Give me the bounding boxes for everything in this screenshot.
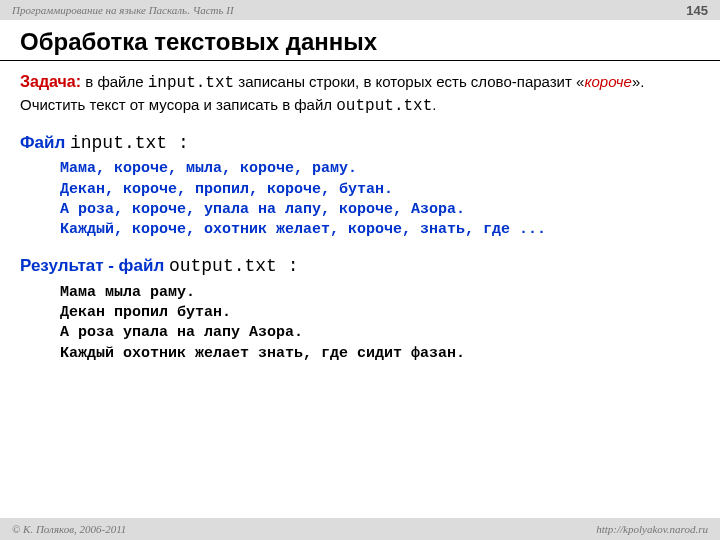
- output-line-3: Каждый охотник желает знать, где сидит ф…: [60, 345, 465, 362]
- output-line-2: А роза упала на лапу Азора.: [60, 324, 303, 341]
- content: Задача: в файле input.txt записаны строк…: [0, 71, 720, 364]
- page-title: Обработка текстовых данных: [0, 20, 720, 61]
- footer-bar: © К. Поляков, 2006-2011 http://kpolyakov…: [0, 518, 720, 540]
- input-line-2: А роза, короче, упала на лапу, короче, А…: [60, 201, 465, 218]
- page-number: 145: [686, 3, 708, 18]
- input-listing: Мама, короче, мыла, короче, раму. Декан,…: [20, 159, 700, 240]
- output-line-1: Декан пропил бутан.: [60, 304, 231, 321]
- output-line-0: Мама мыла раму.: [60, 284, 195, 301]
- output-listing: Мама мыла раму. Декан пропил бутан. А ро…: [20, 283, 700, 364]
- output-colon: :: [277, 256, 299, 276]
- copyright: © К. Поляков, 2006-2011: [12, 523, 126, 535]
- input-label-text: Файл: [20, 133, 70, 152]
- input-line-1: Декан, короче, пропил, короче, бутан.: [60, 181, 393, 198]
- input-line-0: Мама, короче, мыла, короче, раму.: [60, 160, 357, 177]
- task-block: Задача: в файле input.txt записаны строк…: [20, 71, 700, 117]
- course-title: Программирование на языке Паскаль. Часть…: [12, 4, 234, 16]
- task-parasite: короче: [584, 73, 632, 90]
- output-label-text: Результат - файл: [20, 256, 169, 275]
- task-label: Задача:: [20, 73, 81, 90]
- output-file-label: Результат - файл output.txt :: [20, 254, 700, 278]
- footer-url: http://kpolyakov.narod.ru: [596, 523, 708, 535]
- input-filename: input.txt: [70, 133, 167, 153]
- output-filename: output.txt: [169, 256, 277, 276]
- input-line-3: Каждый, короче, охотник желает, короче, …: [60, 221, 546, 238]
- task-text-1: в файле: [81, 73, 148, 90]
- task-text-4: .: [432, 96, 436, 113]
- input-file-label: Файл input.txt :: [20, 131, 700, 155]
- task-text-2: записаны строки, в которых есть слово-па…: [234, 73, 584, 90]
- input-colon: :: [167, 133, 189, 153]
- task-file-out: output.txt: [336, 97, 432, 115]
- header-bar: Программирование на языке Паскаль. Часть…: [0, 0, 720, 20]
- task-file-in: input.txt: [148, 74, 234, 92]
